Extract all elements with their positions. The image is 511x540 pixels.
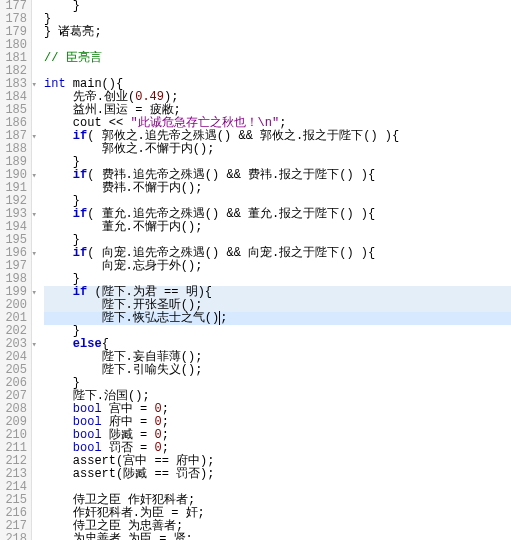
code-token: ( 向宠.追先帝之殊遇() && 向宠.报之于陛下() ){: [87, 246, 375, 260]
code-token: [44, 402, 73, 416]
code-token: 陛下.恢弘志士之气(): [44, 311, 219, 325]
code-line[interactable]: 陛下.恢弘志士之气();: [44, 312, 511, 325]
code-token: [44, 415, 73, 429]
code-token: 侍卫之臣 作奸犯科者;: [44, 493, 195, 507]
code-line[interactable]: [44, 39, 511, 52]
code-line[interactable]: }: [44, 325, 511, 338]
code-token: 郭攸之.不懈于内();: [44, 142, 214, 156]
code-token: bool: [73, 441, 102, 455]
code-token: if: [73, 246, 87, 260]
code-line[interactable]: assert(陟臧 == 罚否);: [44, 468, 511, 481]
code-token: {: [102, 337, 109, 351]
code-token: [44, 285, 73, 299]
code-token: bool: [73, 415, 102, 429]
code-token: if: [73, 168, 87, 182]
code-token: (宫中 == 府中);: [116, 454, 214, 468]
code-token: [44, 441, 73, 455]
code-token: assert: [73, 454, 116, 468]
code-line[interactable]: }: [44, 0, 511, 13]
code-token: (陛下.为君 == 明){: [87, 285, 212, 299]
code-token: 向宠.忘身于外();: [44, 259, 202, 273]
code-token: bool: [73, 428, 102, 442]
code-line[interactable]: // 臣亮言: [44, 52, 511, 65]
code-token: else: [73, 337, 102, 351]
code-token: }: [44, 324, 80, 338]
code-token: 陛下.治国();: [44, 389, 150, 403]
code-token: } 诸葛亮;: [44, 25, 102, 39]
code-token: [44, 246, 73, 260]
code-token: 侍卫之臣 为忠善者;: [44, 519, 183, 533]
code-token: [44, 337, 73, 351]
code-token: 陟臧 =: [102, 428, 155, 442]
code-token: 0.49: [135, 90, 164, 104]
code-token: }: [44, 155, 80, 169]
code-token: ( 郭攸之.追先帝之殊遇() && 郭攸之.报之于陛下() ){: [87, 129, 399, 143]
code-area[interactable]: }}} 诸葛亮;// 臣亮言int main(){ 先帝.创业(0.49); 益…: [32, 0, 511, 540]
code-token: "此诚危急存亡之秋也！\n": [130, 116, 279, 130]
code-token: ;: [162, 415, 169, 429]
code-line[interactable]: 向宠.忘身于外();: [44, 260, 511, 273]
code-token: if: [73, 129, 87, 143]
code-token: 陛下.引喻失义();: [44, 363, 202, 377]
code-token: 费祎.不懈于内();: [44, 181, 202, 195]
code-token: 罚否 =: [102, 441, 155, 455]
code-token: 府中 =: [102, 415, 155, 429]
code-token: [44, 168, 73, 182]
code-token: 0: [154, 441, 161, 455]
code-token: );: [164, 90, 178, 104]
code-token: ;: [279, 116, 286, 130]
code-token: ;: [162, 428, 169, 442]
code-line[interactable]: 董允.不懈于内();: [44, 221, 511, 234]
code-token: 0: [154, 415, 161, 429]
code-token: [44, 428, 73, 442]
code-token: 先帝.创业(: [44, 90, 135, 104]
code-token: ;: [162, 441, 169, 455]
code-token: }: [44, 376, 80, 390]
code-token: int: [44, 77, 66, 91]
code-token: [44, 129, 73, 143]
code-token: main(){: [66, 77, 124, 91]
code-token: 为忠善者.为臣 = 贤;: [44, 532, 193, 540]
code-token: if: [73, 285, 87, 299]
code-token: 陛下.妄自菲薄();: [44, 350, 202, 364]
code-token: ;: [162, 402, 169, 416]
code-token: 宫中 =: [102, 402, 155, 416]
code-line[interactable]: 陛下.引喻失义();: [44, 364, 511, 377]
code-token: assert: [73, 467, 116, 481]
code-token: ( 费祎.追先帝之殊遇() && 费祎.报之于陛下() ){: [87, 168, 375, 182]
code-token: bool: [73, 402, 102, 416]
code-token: [44, 454, 73, 468]
code-line[interactable]: }: [44, 13, 511, 26]
code-token: ;: [219, 311, 227, 325]
code-token: }: [44, 12, 51, 26]
code-token: 作奸犯科者.为臣 = 奸;: [44, 506, 205, 520]
code-token: }: [44, 272, 80, 286]
code-token: // 臣亮言: [44, 51, 102, 65]
code-line[interactable]: } 诸葛亮;: [44, 26, 511, 39]
code-line[interactable]: 为忠善者.为臣 = 贤;: [44, 533, 511, 540]
line-gutter: 177178179180181182183▾184185186187▾18818…: [0, 0, 32, 540]
code-token: ( 董允.追先帝之殊遇() && 董允.报之于陛下() ){: [87, 207, 375, 221]
code-token: 益州.国运 = 疲敝;: [44, 103, 181, 117]
code-token: }: [44, 233, 80, 247]
line-number: 218: [4, 533, 27, 540]
code-token: 董允.不懈于内();: [44, 220, 202, 234]
code-token: 陛下.开张圣听();: [44, 298, 202, 312]
code-line[interactable]: 费祎.不懈于内();: [44, 182, 511, 195]
code-token: cout <<: [44, 116, 130, 130]
code-token: (陟臧 == 罚否);: [116, 467, 214, 481]
code-token: [44, 467, 73, 481]
code-token: [44, 207, 73, 221]
code-editor[interactable]: 177178179180181182183▾184185186187▾18818…: [0, 0, 511, 540]
code-token: if: [73, 207, 87, 221]
code-token: 0: [154, 402, 161, 416]
code-token: 0: [154, 428, 161, 442]
code-line[interactable]: 郭攸之.不懈于内();: [44, 143, 511, 156]
code-token: }: [44, 194, 80, 208]
